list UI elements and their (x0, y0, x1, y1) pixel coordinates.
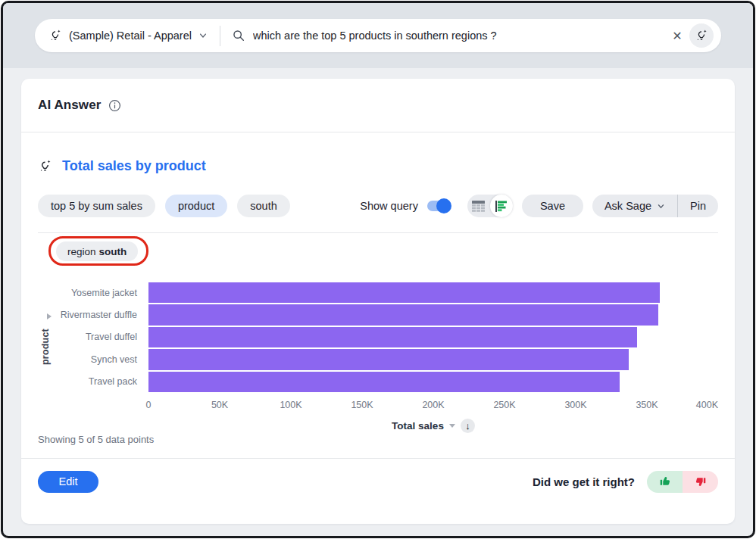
query-token-chips: top 5 by sum salesproductsouth (38, 195, 290, 217)
feedback-buttons (647, 471, 718, 493)
table-view-button[interactable] (467, 195, 490, 217)
thumbs-down-icon (694, 475, 708, 488)
bar-row: Rivermaster duffle (38, 304, 718, 326)
x-tick-label: 0 (146, 400, 152, 410)
x-tick-label: 350K (636, 400, 658, 410)
answer-title[interactable]: Total sales by product (62, 158, 206, 174)
x-tick-label: 50K (211, 400, 228, 410)
card-footer: Edit Did we get it right? (21, 458, 735, 505)
query-token-chip[interactable]: product (165, 195, 227, 217)
ask-sage-button[interactable]: Ask Sage (592, 195, 677, 217)
x-tick-label: 200K (422, 400, 444, 410)
bar-area (148, 327, 718, 347)
bar[interactable] (148, 327, 637, 347)
info-icon[interactable] (108, 99, 121, 112)
query-token-chip[interactable]: south (237, 195, 289, 217)
chart-section: region south product Yosemite jacketRive… (38, 232, 718, 447)
table-icon (472, 201, 485, 212)
show-query-toggle[interactable] (427, 201, 450, 211)
bar-row: Yosemite jacket (38, 282, 718, 304)
sage-submit-button[interactable] (689, 23, 714, 48)
bar[interactable] (148, 304, 658, 325)
x-tick-label: 250K (493, 400, 515, 410)
x-tick-label: 400K (696, 400, 718, 410)
bar[interactable] (148, 282, 660, 303)
answer-toolbar: top 5 by sum salesproductsouth Show quer… (38, 195, 718, 217)
y-axis-label[interactable]: Travel pack (38, 376, 148, 387)
axis-menu-icon[interactable] (449, 424, 455, 428)
query-token-chip[interactable]: top 5 by sum sales (38, 195, 155, 217)
save-button[interactable]: Save (522, 195, 583, 217)
card-header: AI Answer (21, 79, 735, 132)
chevron-down-icon (657, 202, 665, 210)
y-axis-label[interactable]: Rivermaster duffle (38, 310, 148, 320)
x-axis-title[interactable]: Total sales (392, 420, 444, 432)
thumbs-down-button[interactable] (683, 471, 718, 493)
filter-chip-value: south (99, 246, 127, 257)
x-tick-label: 100K (280, 400, 301, 410)
thumbs-up-button[interactable] (647, 471, 683, 493)
bar-area (148, 349, 718, 369)
show-query-label: Show query (360, 200, 418, 212)
edit-button[interactable]: Edit (38, 471, 98, 493)
bar-row: Travel pack (38, 371, 718, 393)
top-bar: (Sample) Retail - Apparel ✕ (3, 3, 753, 68)
sage-pin-group: Ask Sage Pin (592, 195, 718, 217)
bar-row: Synch vest (38, 348, 718, 370)
bar-chart: product Yosemite jacketRivermaster duffl… (38, 282, 718, 413)
y-axis-title: product (40, 329, 51, 366)
bar[interactable] (148, 349, 629, 369)
x-tick-label: 150K (351, 400, 373, 410)
view-switcher (467, 195, 513, 217)
clear-search-button[interactable]: ✕ (665, 23, 689, 48)
y-axis-label[interactable]: Synch vest (38, 354, 148, 365)
axis-expand-icon[interactable] (47, 313, 52, 319)
datasource-selector[interactable]: (Sample) Retail - Apparel (48, 29, 220, 42)
y-axis-label[interactable]: Yosemite jacket (38, 288, 148, 298)
pin-button[interactable]: Pin (678, 195, 718, 217)
bar[interactable] (148, 372, 620, 392)
query-section (220, 29, 665, 42)
sage-icon (38, 159, 52, 173)
answer-title-row: Total sales by product (38, 158, 718, 174)
search-icon (232, 29, 245, 42)
bar-area (148, 282, 718, 303)
chevron-down-icon (198, 31, 208, 40)
bar-area (148, 372, 718, 392)
search-input[interactable] (253, 30, 665, 42)
app-window: (Sample) Retail - Apparel ✕ (1, 1, 755, 538)
x-tick-label: 300K (564, 400, 586, 410)
chart-footer: Total sales ↓ Showing 5 of 5 data points (38, 413, 718, 447)
datasource-label: (Sample) Retail - Apparel (69, 30, 192, 42)
region-filter-chip[interactable]: region south (56, 241, 138, 261)
sage-icon (48, 29, 62, 42)
ai-answer-title: AI Answer (38, 98, 101, 113)
x-axis: 050K100K150K200K250K300K350K400K (148, 393, 718, 413)
feedback-question: Did we get it right? (533, 475, 635, 488)
bar-row: Travel duffel (38, 326, 718, 348)
sort-descending-icon[interactable]: ↓ (461, 419, 475, 433)
search-bar: (Sample) Retail - Apparel ✕ (35, 19, 721, 52)
bar-area (148, 304, 718, 325)
y-axis-label[interactable]: Travel duffel (38, 332, 148, 342)
chart-view-button[interactable] (490, 195, 513, 217)
filter-chip-prefix: region (67, 246, 96, 257)
showing-data-points: Showing 5 of 5 data points (38, 434, 154, 445)
ai-answer-card: AI Answer Total sales by product (21, 79, 735, 524)
thumbs-up-icon (658, 475, 672, 488)
bar-chart-icon (495, 201, 508, 212)
bar-rows: Yosemite jacketRivermaster duffleTravel … (38, 282, 718, 393)
x-axis-title-row: Total sales ↓ (148, 419, 718, 433)
